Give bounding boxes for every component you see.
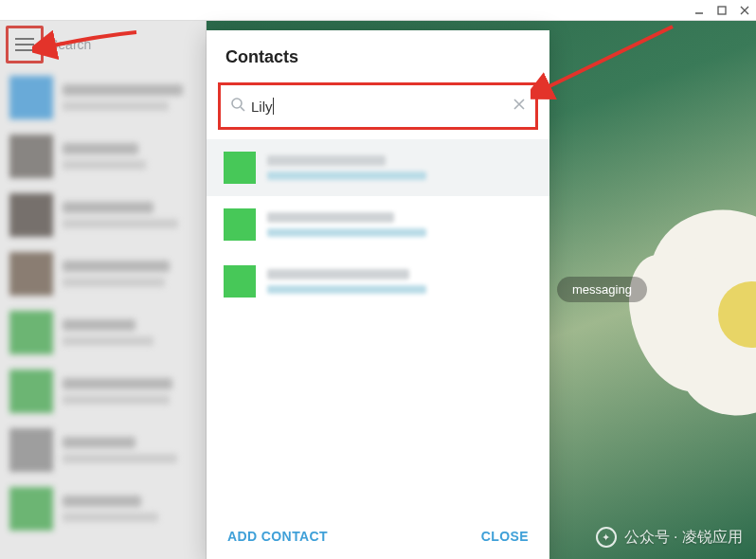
window-minimize-button[interactable] — [692, 3, 707, 18]
contact-avatar — [224, 208, 256, 241]
watermark: ✦ 公众号 · 凌锐应用 — [596, 527, 743, 548]
modal-backdrop-left — [0, 21, 207, 559]
contacts-results — [207, 139, 549, 514]
search-highlight-box: Lily — [218, 82, 538, 130]
svg-point-1 — [232, 99, 242, 108]
search-input[interactable]: Lily — [251, 99, 273, 115]
status-pill: messaging — [557, 277, 647, 302]
contact-result-item[interactable] — [207, 196, 549, 253]
watermark-text: 公众号 · 凌锐应用 — [624, 528, 743, 548]
text-caret — [273, 98, 274, 115]
contact-avatar — [224, 265, 256, 298]
svg-rect-0 — [718, 7, 726, 14]
add-contact-button[interactable]: ADD CONTACT — [227, 529, 328, 544]
close-button[interactable]: CLOSE — [481, 529, 529, 544]
dialog-title: Contacts — [207, 30, 549, 77]
search-icon — [230, 97, 245, 116]
contact-result-item[interactable] — [207, 253, 549, 310]
contact-result-item[interactable] — [207, 139, 549, 196]
contacts-dialog: Contacts Lily ADD CONTACT CLOSE — [207, 30, 549, 559]
contact-avatar — [224, 152, 256, 184]
window-titlebar — [0, 0, 756, 21]
window-maximize-button[interactable] — [714, 3, 729, 18]
window-close-button[interactable] — [737, 3, 752, 18]
clear-search-icon[interactable] — [513, 98, 526, 115]
wechat-icon: ✦ — [596, 527, 617, 548]
